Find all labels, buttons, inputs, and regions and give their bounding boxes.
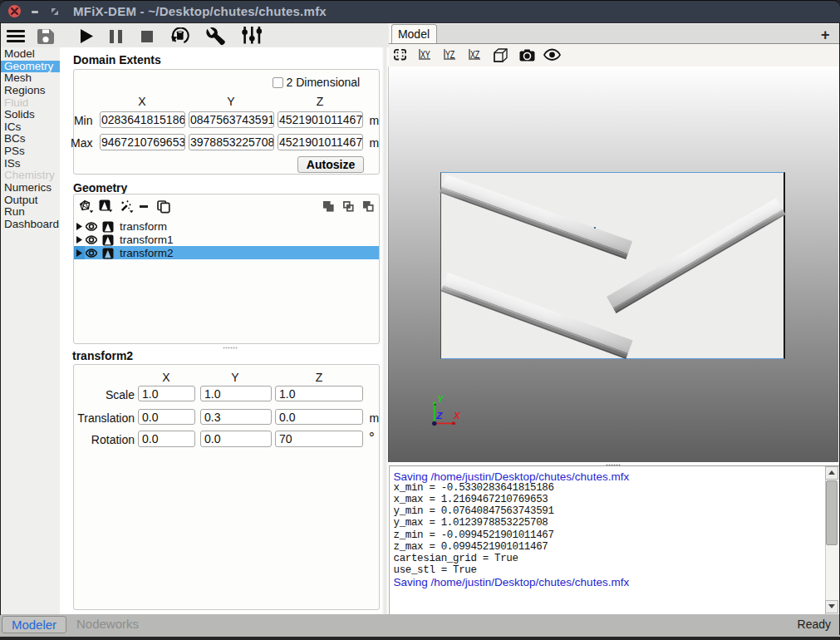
svg-text:Y: Y (437, 394, 445, 404)
svg-text:X: X (453, 411, 461, 421)
svg-text:Z: Z (435, 411, 443, 421)
